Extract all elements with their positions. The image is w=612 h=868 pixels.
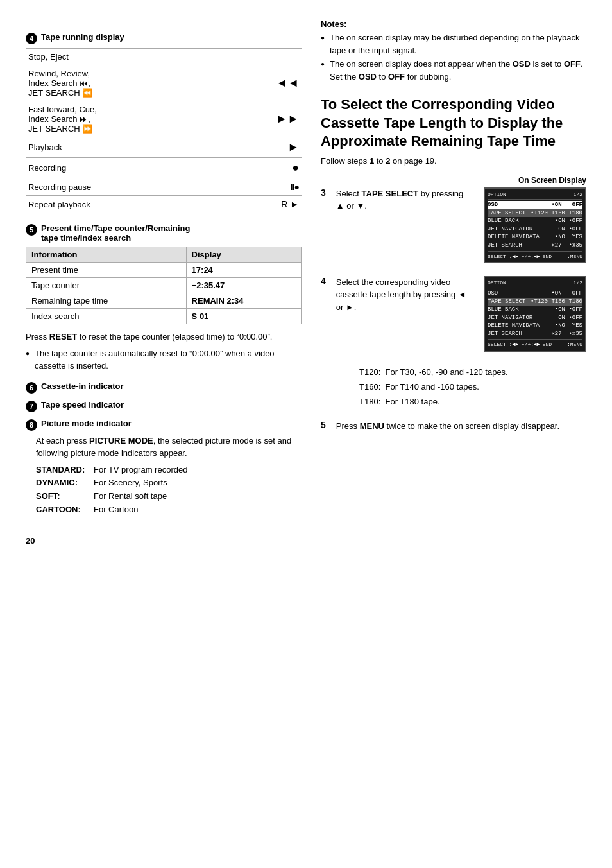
tape-length-item: T180: For T180 tape. xyxy=(359,394,586,409)
step4-osd: OPTION1/2 OSD•ON OFF TAPE SELECT•T120 T1… xyxy=(484,276,586,352)
tape-label: Fast forward, Cue,Index Search ⏭,JET SEA… xyxy=(26,101,263,137)
tape-table: Stop, Eject Rewind, Review,Index Search … xyxy=(26,48,302,213)
page-number: 20 xyxy=(26,536,302,546)
section6-title: Cassette-in indicator xyxy=(41,381,124,391)
section6-circle: 6 xyxy=(26,382,37,394)
tape-symbol xyxy=(263,49,302,65)
table-row: Repeat playback R ► xyxy=(26,196,302,213)
tape-symbol: II● xyxy=(263,178,302,196)
section4-heading: 4 Tape running display xyxy=(26,32,302,44)
info-cell: Tape counter xyxy=(26,278,187,293)
step3-osd: OPTION1/2 OSD•ON OFF TAPE SELECT•T120 T1… xyxy=(484,187,586,263)
picture-mode-body: At each press PICTURE MODE, the selected… xyxy=(36,435,302,460)
display-cell: 17:24 xyxy=(186,263,301,278)
table-row: Recording ● xyxy=(26,158,302,178)
pm-desc: For TV program recorded xyxy=(94,464,187,477)
reset-text: Press RESET to reset the tape counter (e… xyxy=(26,331,302,343)
display-cell: S 01 xyxy=(186,309,301,324)
table-row: Tape counter −2:35.47 xyxy=(26,278,302,293)
section8-circle: 8 xyxy=(26,419,37,431)
tape-length-item: T160: For T140 and -160 tapes. xyxy=(359,379,586,394)
step4-row: 4 Select the corresponding video cassett… xyxy=(321,276,586,352)
tape-label: Stop, Eject xyxy=(26,49,263,65)
tape-length-item: T120: For T30, -60, -90 and -120 tapes. xyxy=(359,365,586,379)
left-column: 4 Tape running display Stop, Eject Rewin… xyxy=(26,19,302,546)
section8-title: Picture mode indicator xyxy=(41,419,132,428)
info-table: Information Display Present time 17:24 T… xyxy=(26,247,302,324)
section-big-heading: To Select the Corresponding Video Casset… xyxy=(321,96,586,151)
tape-symbol: ►► xyxy=(263,101,302,137)
tape-label: Recording xyxy=(26,158,263,178)
tape-symbol: ► xyxy=(263,137,302,158)
step4-text: Select the corresponding video cassette … xyxy=(336,276,473,314)
pm-row: SOFT: For Rental soft tape xyxy=(36,490,302,503)
table-row: Index search S 01 xyxy=(26,309,302,324)
display-cell: −2:35.47 xyxy=(186,278,301,293)
section7-title: Tape speed indicator xyxy=(41,400,124,410)
info-cell: Present time xyxy=(26,263,187,278)
pm-desc: For Scenery, Sports xyxy=(94,476,167,490)
table-row: Fast forward, Cue,Index Search ⏭,JET SEA… xyxy=(26,101,302,137)
list-item: The on screen display does not appear wh… xyxy=(321,58,586,83)
pm-row: CARTOON: For Cartoon xyxy=(36,503,302,517)
tape-symbol: ● xyxy=(263,158,302,178)
step4-number: 4 xyxy=(321,276,326,286)
info-cell: Remaining tape time xyxy=(26,293,187,309)
tape-label: Rewind, Review,Index Search ⏮,JET SEARCH… xyxy=(26,65,263,101)
pm-desc: For Rental soft tape xyxy=(94,490,167,503)
right-column: Notes: The on screen display may be dist… xyxy=(321,19,586,546)
step3-number: 3 xyxy=(321,187,326,198)
section5-title: Present time/Tape counter/Remainingtape … xyxy=(41,223,190,243)
table-row: Remaining tape time REMAIN 2:34 xyxy=(26,293,302,309)
notes-section: Notes: The on screen display may be dist… xyxy=(321,19,586,83)
picture-mode-table: STANDARD: For TV program recorded DYNAMI… xyxy=(36,464,302,517)
section4-title: Tape running display xyxy=(41,32,124,42)
step5-text: Press MENU twice to make the on screen d… xyxy=(336,420,586,433)
table-row: Recording pause II● xyxy=(26,178,302,196)
info-col-header: Information xyxy=(26,247,187,263)
follow-steps-text: Follow steps 1 to 2 on page 19. xyxy=(321,156,586,166)
table-row: Rewind, Review,Index Search ⏮,JET SEARCH… xyxy=(26,65,302,101)
display-cell: REMAIN 2:34 xyxy=(186,293,301,309)
section4-circle: 4 xyxy=(26,33,37,44)
tape-symbol: R ► xyxy=(263,196,302,213)
section5-circle: 5 xyxy=(26,224,37,236)
step3-text: Select TAPE SELECT by pressing ▲ or ▼. xyxy=(336,187,473,213)
table-row: Playback ► xyxy=(26,137,302,158)
pm-row: DYNAMIC: For Scenery, Sports xyxy=(36,476,302,490)
list-item: The on screen display may be disturbed d… xyxy=(321,31,586,56)
section6-heading: 6 Cassette-in indicator xyxy=(26,381,302,394)
step3-row: 3 Select TAPE SELECT by pressing ▲ or ▼.… xyxy=(321,187,586,263)
pm-label: SOFT: xyxy=(36,490,87,503)
pm-label: DYNAMIC: xyxy=(36,476,87,490)
list-item: The tape counter is automatically reset … xyxy=(26,347,302,372)
pm-label: STANDARD: xyxy=(36,464,87,477)
tape-label: Recording pause xyxy=(26,178,263,196)
on-screen-label: On Screen Display xyxy=(321,176,586,185)
tape-label: Playback xyxy=(26,137,263,158)
notes-list: The on screen display may be disturbed d… xyxy=(321,31,586,83)
tape-lengths: T120: For T30, -60, -90 and -120 tapes. … xyxy=(359,365,586,410)
table-row: Present time 17:24 xyxy=(26,263,302,278)
pm-desc: For Cartoon xyxy=(94,503,138,517)
bullet-list: The tape counter is automatically reset … xyxy=(26,347,302,372)
display-col-header: Display xyxy=(186,247,301,263)
section5-heading: 5 Present time/Tape counter/Remainingtap… xyxy=(26,223,302,243)
step5-row: 5 Press MENU twice to make the on screen… xyxy=(321,420,586,433)
step5-number: 5 xyxy=(321,420,326,430)
section7-heading: 7 Tape speed indicator xyxy=(26,400,302,412)
pm-label: CARTOON: xyxy=(36,503,87,517)
tape-symbol: ◄◄ xyxy=(263,65,302,101)
section8-heading: 8 Picture mode indicator xyxy=(26,419,302,431)
pm-row: STANDARD: For TV program recorded xyxy=(36,464,302,477)
info-cell: Index search xyxy=(26,309,187,324)
tape-label: Repeat playback xyxy=(26,196,263,213)
table-row: Stop, Eject xyxy=(26,49,302,65)
section7-circle: 7 xyxy=(26,401,37,412)
notes-title: Notes: xyxy=(321,19,586,29)
